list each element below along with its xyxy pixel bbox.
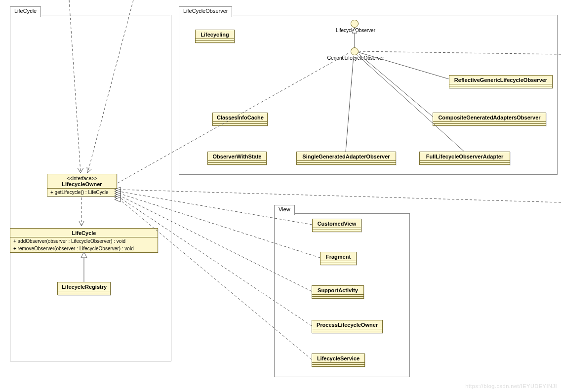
lifecycleowner-name: LifecycleOwner [51,181,113,187]
class-observerwithstate: ObserverWithState [207,152,267,165]
class-fragment: Fragment [320,252,357,265]
package-observer-tab: LifeCycleObserver [179,6,232,17]
observerwithstate-name: ObserverWithState [208,152,266,161]
class-lifecycle: LifeCycle + addObserver(observer : Lifec… [10,228,158,253]
interface-genericlifecycleobserver-icon [351,47,359,55]
customedview-name: CustomedView [313,219,361,228]
compositegeneratedadaptersobserver-name: CompositeGeneratedAdaptersObserver [433,113,546,122]
interface-genericlifecycleobserver-label: GenericLifecycleObserver [311,55,400,61]
package-lifecycle-tab: LifeCycle [10,6,41,17]
class-lifecycleservice: LifecycleService [312,353,365,367]
interface-lifecycleobserver-label: LifecycleObserver [321,28,390,33]
class-lifecycleregistry: LifecycleRegistry [57,282,111,295]
class-lifecycleowner: <<interface>> LifecycleOwner + getLifecy… [47,174,117,196]
singlegeneratedadapterobserver-name: SingleGeneratedAdapterObserver [297,152,396,161]
supportactivity-name: SupportActivity [312,286,363,295]
lifecycling-name: Lifecycling [196,30,234,39]
class-classesinfocache: ClassesInfoCache [212,113,268,126]
lifecycleregistry-name: LifecycleRegistry [58,282,110,291]
fulllifecycleobserveradapter-name: FullLifecycleObserverAdapter [420,152,510,161]
class-lifecycleowner-header: <<interface>> LifecycleOwner [47,174,117,189]
class-singlegeneratedadapterobserver: SingleGeneratedAdapterObserver [296,152,396,165]
lifecycleowner-op-0: + getLifecycle() : LifeCycle [47,189,117,196]
lifecycleservice-name: LifecycleService [312,354,364,363]
class-customedview: CustomedView [312,219,361,232]
watermark: https://blog.csdn.net/IEYUDEYINJI [465,383,557,389]
package-observer: LifeCycleObserver [179,15,558,175]
reflectivegenericlifecycleobserver-name: ReflectiveGenericLifecycleObserver [449,76,552,84]
package-view-tab: View [274,205,295,215]
class-fulllifecycleobserveradapter: FullLifecycleObserverAdapter [419,152,510,165]
lifecycle-op-0: + addObserver(observer : LifecycleObserv… [10,237,158,245]
processlifecycleowner-name: ProcessLifecycleOwner [312,320,382,329]
lifecycle-op-1: + removeObserver(observer : LifecycleObs… [10,245,158,252]
interface-lifecycleobserver-icon [351,20,359,28]
class-processlifecycleowner: ProcessLifecycleOwner [312,320,383,333]
class-lifecycling: Lifecycling [195,30,235,43]
lifecycleowner-stereotype: <<interface>> [51,176,113,181]
class-reflectivegenericlifecycleobserver: ReflectiveGenericLifecycleObserver [449,75,553,88]
svg-line-18 [120,190,561,202]
fragment-name: Fragment [321,252,356,261]
class-supportactivity: SupportActivity [312,285,364,299]
lifecycle-name: LifeCycle [10,229,158,237]
classesinfocache-name: ClassesInfoCache [213,113,267,122]
class-compositegeneratedadaptersobserver: CompositeGeneratedAdaptersObserver [433,113,546,126]
uml-canvas: { "watermark": "https://blog.csdn.net/IE… [0,0,561,392]
